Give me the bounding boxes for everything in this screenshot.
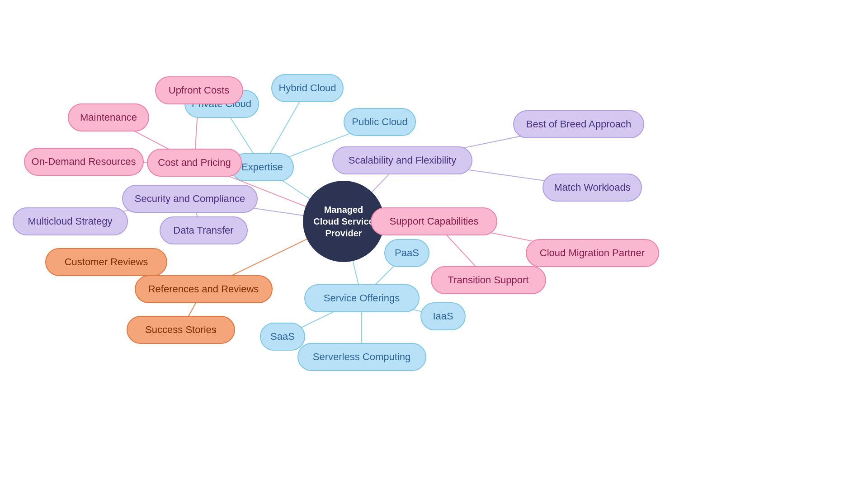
node-support-cap[interactable]: Support Capabilities [371,207,497,235]
node-hybrid-cloud[interactable]: Hybrid Cloud [271,74,344,102]
node-cloud-migration[interactable]: Cloud Migration Partner [526,239,659,267]
node-upfront-costs[interactable]: Upfront Costs [155,76,243,104]
node-transition-support[interactable]: Transition Support [431,266,546,294]
node-scalability[interactable]: Scalability and Flexibility [332,146,472,174]
node-paas[interactable]: PaaS [384,239,429,267]
node-success-stories[interactable]: Success Stories [127,316,235,344]
node-cost-pricing[interactable]: Cost and Pricing [147,149,242,177]
node-best-of-breed[interactable]: Best of Breed Approach [513,110,644,138]
node-customer-reviews[interactable]: Customer Reviews [45,248,167,276]
node-service-offerings[interactable]: Service Offerings [304,284,420,312]
node-maintenance[interactable]: Maintenance [68,103,149,131]
node-security[interactable]: Security and Compliance [122,185,258,213]
node-match-workloads[interactable]: Match Workloads [542,174,642,202]
node-iaas[interactable]: IaaS [420,302,466,330]
node-references[interactable]: References and Reviews [135,275,273,303]
connection-lines [0,0,868,488]
mindmap-canvas: Managed Cloud Service ProviderExpertiseH… [0,0,868,488]
node-on-demand[interactable]: On-Demand Resources [24,148,144,176]
node-public-cloud[interactable]: Public Cloud [344,108,416,136]
node-multicloud[interactable]: Multicloud Strategy [13,207,128,235]
node-data-transfer[interactable]: Data Transfer [160,216,248,244]
node-serverless[interactable]: Serverless Computing [297,343,426,371]
node-saas[interactable]: SaaS [260,323,305,351]
